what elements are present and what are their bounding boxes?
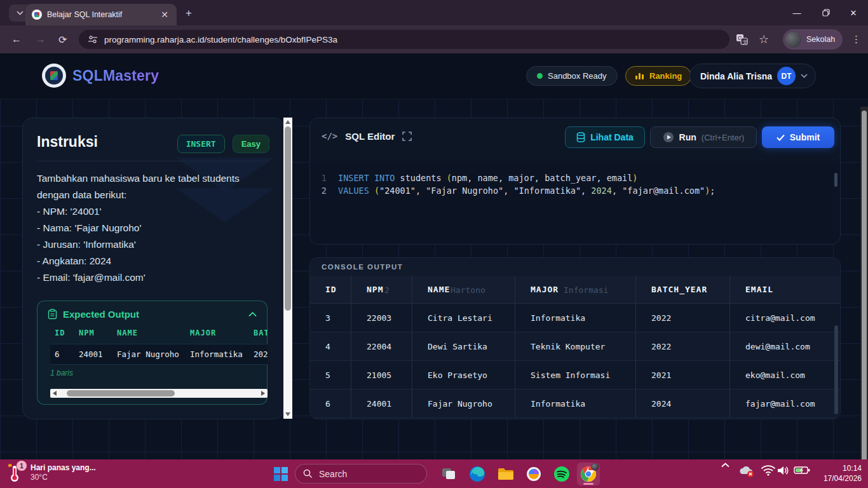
sandbox-status-label: Sandbox Ready (548, 71, 607, 81)
chevron-up-icon[interactable] (248, 312, 257, 317)
sandbox-status-badge: Sandbox Ready (526, 66, 618, 86)
expected-cell: 2024 (254, 349, 268, 359)
new-tab-button[interactable]: + (182, 6, 196, 20)
run-label: Run (679, 132, 696, 142)
search-icon (303, 469, 313, 478)
scrollbar-thumb[interactable] (67, 390, 175, 396)
reload-button[interactable]: ⟳ (58, 34, 67, 46)
console-cell: eko@mail.com (730, 361, 841, 389)
site-settings-icon (88, 35, 98, 44)
task-view-icon (442, 468, 456, 480)
console-cell: 3 (310, 304, 351, 332)
chrome-profile-avatar (591, 463, 599, 471)
battery-button[interactable] (794, 466, 810, 475)
file-explorer-button[interactable] (494, 463, 517, 485)
brand-name: SQLMastery (72, 67, 159, 85)
expected-column-header: ID (55, 329, 79, 337)
console-table-row: 422004Dewi SartikaTeknik Komputer2022dew… (310, 332, 840, 361)
translate-icon[interactable]: G文 (736, 34, 748, 45)
instruction-item: - Angkatan: 2024 (37, 253, 269, 269)
taskbar-clock[interactable]: 10:14 17/04/2026 (824, 463, 862, 484)
expected-row-count: 1 baris (50, 369, 267, 377)
console-cell: 5 (310, 361, 351, 389)
notification-badge: 1 (17, 461, 27, 471)
weather-widget[interactable]: 1 Hari panas yang... 30°C (6, 462, 96, 484)
code-icon: </> (322, 131, 337, 141)
scrolled-row-ghost-text: Informasi (564, 285, 608, 294)
console-header-row: ID2NPMHartonoNAMEInformasiMAJORBATCH_YEA… (310, 276, 840, 304)
weather-headline: Hari panas yang... (31, 463, 96, 473)
wifi-button[interactable] (761, 465, 775, 476)
active-app-indicator (583, 483, 593, 485)
console-cell: 21005 (351, 361, 412, 389)
tab-title: Belajar SQL Interaktif (47, 10, 154, 19)
browser-tab[interactable]: Belajar SQL Interaktif ✕ (25, 4, 177, 25)
console-cell: 22003 (351, 304, 412, 332)
difficulty-badge: Easy (233, 135, 269, 153)
expected-column-header: BATCH_YEAR (254, 329, 268, 337)
browser-menu-icon[interactable]: ⋮ (851, 34, 861, 45)
battery-charging-icon (794, 466, 810, 475)
run-button[interactable]: Run (Ctrl+Enter) (650, 126, 757, 148)
tray-chevron-button[interactable] (721, 463, 729, 468)
expected-cell: Fajar Nugroho (117, 349, 190, 359)
expected-horizontal-scrollbar[interactable] (50, 389, 268, 398)
user-menu[interactable]: Dinda Alia Trisna DT (689, 64, 816, 88)
profile-name: Sekolah (806, 35, 835, 44)
taskbar-search[interactable]: Search (295, 464, 427, 484)
scroll-down-icon[interactable] (285, 412, 290, 416)
instructions-scrollbar[interactable] (283, 118, 292, 419)
forward-button[interactable]: → (36, 34, 46, 45)
task-view-button[interactable] (437, 463, 460, 485)
restore-button[interactable] (811, 0, 841, 25)
console-cell: dewi@mail.com (730, 332, 841, 360)
divider (37, 161, 269, 161)
page-scrollbar[interactable] (860, 107, 868, 488)
speaker-icon (777, 465, 790, 476)
submit-button[interactable]: Submit (762, 126, 834, 148)
expand-icon[interactable] (402, 132, 412, 141)
chrome-button[interactable] (577, 463, 600, 485)
bookmark-star-icon[interactable]: ☆ (759, 32, 769, 46)
code-text: VALUES ("24001", "Fajar Nugroho", "Infor… (338, 184, 715, 197)
address-bar[interactable]: programming.raharja.ac.id/student/challe… (79, 30, 729, 49)
brand[interactable]: SQLMastery (42, 64, 159, 88)
scroll-left-icon[interactable] (53, 391, 57, 396)
console-cell: citra@mail.com (730, 304, 841, 332)
console-scrollbar-thumb[interactable] (834, 325, 838, 414)
close-button[interactable]: ✕ (839, 0, 868, 25)
instructions-intro: Tambahkan mahasiswa baru ke tabel studen… (37, 170, 269, 203)
scroll-up-icon[interactable] (285, 120, 290, 124)
ranking-button[interactable]: Ranking (625, 66, 691, 86)
onedrive-error-icon (738, 465, 755, 478)
svg-text:文: 文 (743, 39, 748, 45)
column-header-label: BATCH_YEAR (651, 285, 707, 294)
copilot-button[interactable] (522, 463, 545, 485)
onedrive-status-button[interactable] (738, 465, 755, 478)
view-data-button[interactable]: Lihat Data (565, 126, 645, 148)
console-cell: 2022 (636, 332, 730, 360)
expected-output-title: Expected Output (63, 309, 243, 320)
column-header-label: EMAIL (745, 285, 773, 294)
minimize-button[interactable]: — (782, 0, 811, 25)
back-button[interactable]: ← (11, 34, 22, 45)
scrollbar-thumb[interactable] (285, 126, 291, 311)
volume-button[interactable] (777, 465, 790, 476)
code-line: 2VALUES ("24001", "Fajar Nugroho", "Info… (310, 184, 840, 197)
spotify-button[interactable] (550, 463, 573, 485)
start-button[interactable] (269, 463, 292, 485)
console-cell: 22004 (351, 332, 412, 360)
scroll-right-icon[interactable] (261, 391, 265, 396)
console-cell: Fajar Nugroho (412, 390, 515, 417)
browser-profile-chip[interactable]: Sekolah (783, 29, 843, 50)
scrollbar-thumb[interactable] (862, 111, 867, 470)
screen: Belajar SQL Interaktif ✕ + — ✕ ← → ⟳ pro… (0, 0, 868, 488)
edge-button[interactable] (466, 463, 489, 485)
tab-close-icon[interactable]: ✕ (159, 9, 170, 20)
instruction-item: - Jurusan: 'Informatika' (37, 236, 269, 253)
challenge-type-badge: INSERT (177, 135, 225, 153)
console-table-row: 624001Fajar NugrohoInformatika2024fajar@… (310, 390, 840, 418)
editor-scrollbar-thumb[interactable] (834, 173, 837, 187)
taskbar: 1 Hari panas yang... 30°C Search (0, 459, 868, 488)
code-area[interactable]: 1INSERT INTO students (npm, name, major,… (310, 161, 840, 244)
